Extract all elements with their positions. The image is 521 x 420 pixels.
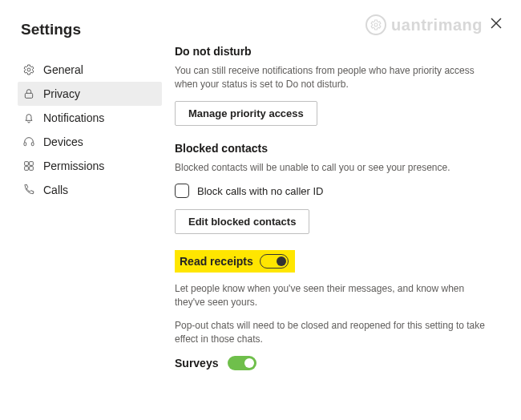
svg-rect-7 xyxy=(25,162,29,166)
svg-rect-9 xyxy=(25,167,29,171)
svg-point-3 xyxy=(27,68,30,71)
surveys-title: Surveys xyxy=(175,357,218,370)
read-receipts-desc2: Pop-out chats will need to be closed and… xyxy=(175,319,497,346)
nav-label: Devices xyxy=(43,135,83,148)
dnd-desc: You can still receive notifications from… xyxy=(175,64,497,91)
headset-icon xyxy=(22,135,35,148)
nav-item-calls[interactable]: Calls xyxy=(18,178,162,202)
nav-item-devices[interactable]: Devices xyxy=(18,130,162,154)
gear-icon xyxy=(22,63,35,76)
nav-item-permissions[interactable]: Permissions xyxy=(18,154,162,178)
edit-blocked-contacts-button[interactable]: Edit blocked contacts xyxy=(175,209,309,234)
nav-label: General xyxy=(43,63,83,76)
close-button[interactable] xyxy=(487,14,505,35)
nav-item-general[interactable]: General xyxy=(18,58,162,82)
blocked-title: Blocked contacts xyxy=(175,142,497,155)
page-title: Settings xyxy=(21,21,162,38)
manage-priority-access-button[interactable]: Manage priority access xyxy=(175,101,317,126)
read-receipts-toggle[interactable] xyxy=(260,254,289,269)
nav-item-privacy[interactable]: Privacy xyxy=(18,82,162,106)
close-icon xyxy=(491,18,502,31)
read-receipts-title: Read receipts xyxy=(180,255,253,268)
read-receipts-desc1: Let people know when you've seen their m… xyxy=(175,282,497,309)
settings-content: Do not disturb You can still receive not… xyxy=(162,16,503,412)
permissions-icon xyxy=(22,160,35,172)
surveys-toggle[interactable] xyxy=(228,356,256,370)
svg-rect-4 xyxy=(25,93,32,98)
nav-label: Permissions xyxy=(43,160,104,172)
nav-item-notifications[interactable]: Notifications xyxy=(18,106,162,130)
settings-nav: General Privacy Notifi xyxy=(18,58,162,202)
nav-label: Calls xyxy=(43,184,68,196)
svg-rect-6 xyxy=(31,143,34,146)
svg-rect-10 xyxy=(30,167,34,171)
lock-icon xyxy=(22,87,35,100)
bell-icon xyxy=(22,111,35,124)
read-receipts-highlight: Read receipts xyxy=(175,250,295,273)
nav-label: Privacy xyxy=(43,87,80,100)
dnd-title: Do not disturb xyxy=(175,45,497,58)
block-no-caller-id-label: Block calls with no caller ID xyxy=(197,185,324,197)
svg-rect-5 xyxy=(24,143,26,146)
nav-label: Notifications xyxy=(43,111,104,124)
phone-icon xyxy=(22,184,35,196)
block-no-caller-id-checkbox[interactable] xyxy=(175,184,189,198)
blocked-desc: Blocked contacts will be unable to call … xyxy=(175,161,497,175)
svg-rect-8 xyxy=(30,162,34,166)
